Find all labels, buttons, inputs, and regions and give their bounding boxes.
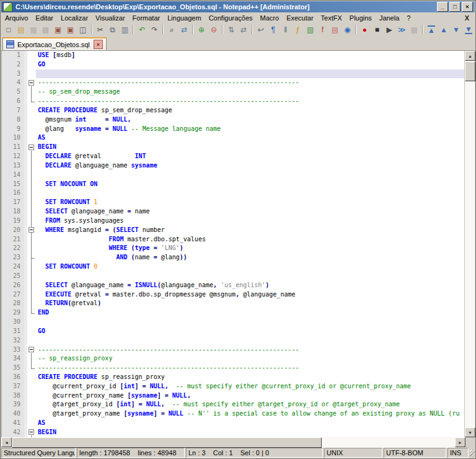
code-text[interactable]: @current_proxy_id [int] = NULL, -- must … bbox=[36, 382, 464, 391]
code-text[interactable]: USE [msdb] bbox=[36, 51, 464, 60]
document-map-icon[interactable]: ▧ bbox=[305, 24, 316, 35]
code-text[interactable]: BEGIN bbox=[36, 143, 464, 152]
code-text[interactable]: AND (name = @lang)) bbox=[36, 253, 464, 262]
code-text[interactable] bbox=[36, 189, 464, 198]
code-text[interactable]: CREATE PROCEDURE sp_sem_drop_message bbox=[36, 106, 464, 115]
sync-vertical-scroll-icon[interactable]: ⇅ bbox=[226, 24, 237, 35]
tab-exportacao-objetos[interactable]: Exportacao_Objetos.sql × bbox=[2, 37, 107, 50]
code-text[interactable]: BEGIN bbox=[36, 428, 464, 437]
scroll-down-icon[interactable]: ▼ bbox=[465, 427, 475, 437]
code-text[interactable]: EXECUTE @retval = master.dbo.sp_dropmess… bbox=[36, 290, 464, 300]
code-text[interactable]: @target_proxy_id [int] = NULL, -- must s… bbox=[36, 400, 464, 409]
scroll-left-icon[interactable]: ◄ bbox=[1, 437, 12, 447]
code-text[interactable]: -- sp_sem_drop_message bbox=[36, 87, 464, 97]
scroll-right-icon[interactable]: ► bbox=[455, 437, 465, 447]
monitoring-eye-icon[interactable]: ◉ bbox=[342, 24, 353, 35]
undo-icon[interactable]: ↶ bbox=[136, 24, 148, 35]
document-close-x[interactable]: X bbox=[459, 14, 475, 22]
code-text[interactable]: END bbox=[36, 308, 464, 318]
menu-item[interactable]: Localizar bbox=[57, 14, 92, 22]
word-wrap-icon[interactable]: ↩ bbox=[255, 24, 267, 35]
code-text[interactable]: AS bbox=[36, 133, 464, 143]
menu-item[interactable]: Linguagem bbox=[164, 14, 205, 22]
move-down-icon[interactable]: ▼ bbox=[451, 24, 462, 35]
paste-icon[interactable]: ▥ bbox=[119, 24, 130, 35]
menu-item[interactable]: TextFX bbox=[317, 14, 346, 22]
maximize-button[interactable]: □ bbox=[449, 2, 461, 12]
redo-icon[interactable]: ↷ bbox=[149, 24, 160, 35]
code-text[interactable]: SELECT @language_name = name bbox=[36, 207, 464, 216]
menu-item[interactable]: Editar bbox=[32, 14, 57, 22]
code-text[interactable]: GO bbox=[36, 60, 464, 69]
macro-stop-icon[interactable]: ■ bbox=[371, 24, 382, 35]
fold-collapse-icon[interactable] bbox=[29, 227, 34, 233]
code-text[interactable] bbox=[36, 171, 464, 180]
replace-icon[interactable]: ⇄ bbox=[178, 24, 190, 35]
code-text[interactable]: ----------------------------------------… bbox=[36, 97, 464, 106]
function-completion-icon[interactable]: ƒ bbox=[293, 24, 304, 35]
code-text[interactable]: ----------------------------------------… bbox=[36, 345, 464, 355]
zoom-out-icon[interactable]: ⊖ bbox=[208, 24, 219, 35]
code-text[interactable] bbox=[36, 69, 464, 79]
code-text[interactable]: ----------------------------------------… bbox=[36, 78, 464, 87]
code-text[interactable]: @target_proxy_name [sysname] = NULL -- N… bbox=[36, 409, 464, 419]
code-text[interactable]: DECLARE @language_name sysname bbox=[36, 161, 464, 171]
horizontal-scrollbar[interactable]: ◄ ► bbox=[1, 437, 465, 448]
vertical-scrollbar-thumb[interactable] bbox=[465, 61, 475, 81]
code-text[interactable]: CREATE PROCEDURE sp_reassign_proxy bbox=[36, 373, 464, 382]
close-all-icon[interactable]: ▣ bbox=[65, 24, 76, 35]
resize-grip[interactable] bbox=[470, 450, 475, 458]
macro-play-icon[interactable]: ▶ bbox=[384, 24, 395, 35]
menu-item[interactable]: Configurações bbox=[205, 14, 257, 22]
code-text[interactable]: FROM sys.syslanguages bbox=[36, 216, 464, 226]
close-button[interactable]: × bbox=[462, 2, 473, 12]
goto-bottom-icon[interactable]: ▼ bbox=[463, 24, 474, 35]
copy-icon[interactable]: ⧉ bbox=[107, 24, 118, 35]
code-text[interactable]: DECLARE @retval INT bbox=[36, 152, 464, 161]
code-text[interactable]: SELECT @language_name = ISNULL(@language… bbox=[36, 281, 464, 290]
move-up-icon[interactable]: ▲ bbox=[438, 24, 449, 35]
fold-collapse-icon[interactable] bbox=[29, 145, 34, 150]
code-text[interactable]: GO bbox=[36, 327, 464, 336]
macro-record-icon[interactable]: ● bbox=[359, 24, 370, 35]
code-text[interactable]: @msgnum int = NULL, bbox=[36, 115, 464, 125]
print-icon[interactable]: ◫ bbox=[77, 24, 89, 35]
menu-item[interactable]: Plugins bbox=[346, 14, 376, 22]
macro-run-multiple-icon[interactable]: ≫ bbox=[396, 24, 407, 35]
code-text[interactable]: @current_proxy_name [sysname] = NULL, bbox=[36, 391, 464, 401]
code-text[interactable]: RETURN(@retval) bbox=[36, 299, 464, 308]
fold-collapse-icon[interactable] bbox=[29, 429, 34, 435]
save-all-icon[interactable]: ▩ bbox=[40, 24, 51, 35]
menu-item[interactable]: Executar bbox=[283, 14, 317, 22]
show-all-characters-icon[interactable]: ¶ bbox=[268, 24, 279, 35]
code-text[interactable]: WHERE (type = 'LNG') bbox=[36, 244, 464, 253]
minimize-button[interactable]: _ bbox=[437, 2, 448, 12]
code-text[interactable] bbox=[36, 272, 464, 281]
tab-close-icon[interactable]: × bbox=[94, 40, 103, 49]
folder-as-workspace-icon[interactable]: ▤ bbox=[330, 24, 341, 35]
open-file-icon[interactable]: ▤ bbox=[15, 24, 27, 35]
scroll-up-icon[interactable]: ▲ bbox=[465, 51, 475, 61]
zoom-in-icon[interactable]: ⊕ bbox=[196, 24, 207, 35]
save-icon[interactable]: ▦ bbox=[28, 24, 39, 35]
menu-item[interactable]: ? bbox=[403, 14, 414, 22]
code-text[interactable]: FROM master.dbo.spt_values bbox=[36, 235, 464, 244]
menu-item[interactable]: Visualizar bbox=[92, 14, 129, 22]
goto-top-icon[interactable]: ▲ bbox=[426, 24, 437, 35]
code-text[interactable]: ----------------------------------------… bbox=[36, 363, 464, 373]
find-icon[interactable]: ⌕ bbox=[166, 24, 177, 35]
menu-item[interactable]: Macro bbox=[257, 14, 283, 22]
menu-item[interactable]: Janela bbox=[376, 14, 403, 22]
code-text[interactable]: @lang sysname = NULL -- Message language… bbox=[36, 125, 464, 134]
new-file-icon[interactable]: □ bbox=[3, 24, 14, 35]
code-text[interactable] bbox=[36, 336, 464, 345]
close-file-icon[interactable]: ▣ bbox=[53, 24, 64, 35]
fold-collapse-icon[interactable] bbox=[29, 80, 34, 86]
menu-item[interactable]: Formatar bbox=[129, 14, 164, 22]
cut-icon[interactable]: ✂ bbox=[95, 24, 106, 35]
code-text[interactable]: SET ROWCOUNT 1 bbox=[36, 198, 464, 207]
horizontal-scrollbar-thumb[interactable] bbox=[12, 437, 322, 448]
code-text[interactable]: SET ROWCOUNT 0 bbox=[36, 262, 464, 272]
macro-save-icon[interactable]: ▦ bbox=[408, 24, 420, 35]
menu-item[interactable]: Arquivo bbox=[1, 14, 32, 22]
